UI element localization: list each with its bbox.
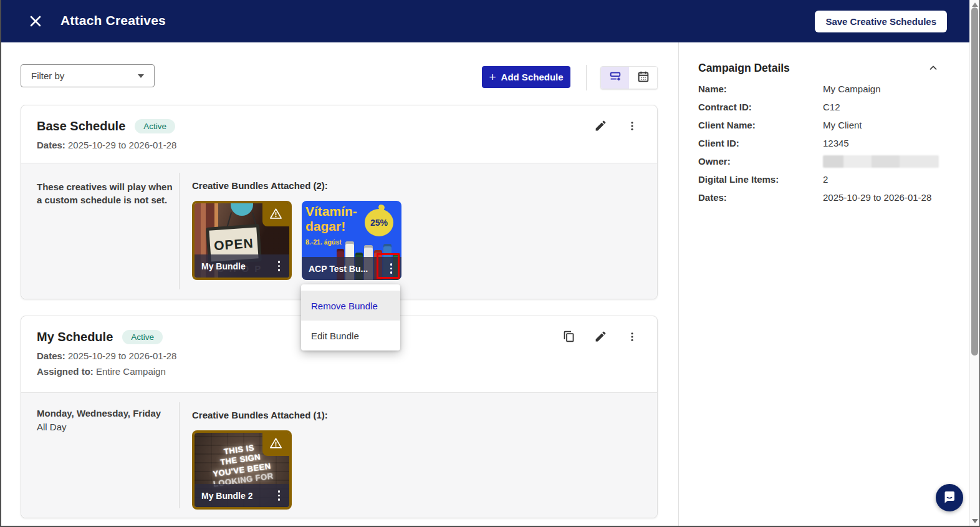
kebab-menu-icon (278, 490, 281, 501)
bundle-card-my-bundle[interactable]: OPEN SHOP My Bundle (192, 201, 292, 280)
schedule-time: All Day (37, 422, 67, 432)
detail-row-client-name: Client Name: My Client (698, 116, 948, 134)
chat-icon (942, 490, 957, 506)
filter-by-select[interactable]: Filter by (21, 64, 155, 87)
detail-row-owner: Owner: (698, 152, 948, 170)
schedule-days: Monday, Wednesday, Friday (37, 408, 161, 418)
dates-label: Dates: (37, 140, 65, 150)
edit-schedule-button[interactable] (593, 330, 608, 345)
main-content: Filter by + Add Schedule (0, 42, 980, 527)
vertical-scrollbar (969, 0, 979, 527)
schedule-card-base: Base Schedule Active Dates: 2025-10-29 t… (21, 105, 658, 299)
column-divider (179, 402, 180, 508)
bundle-label-bar: ACP Test Bu... (302, 257, 401, 280)
save-creative-schedules-button[interactable]: Save Creative Schedules (815, 11, 947, 32)
bundle-kebab-menu-button[interactable] (276, 488, 283, 503)
dates-value: 2025-10-29 to 2026-01-28 (68, 351, 176, 361)
assigned-value: Entire Campaign (96, 366, 166, 377)
bundle-label-bar: My Bundle (195, 254, 289, 278)
schedule-title: Base Schedule (37, 119, 125, 133)
add-schedule-button[interactable]: + Add Schedule (482, 66, 570, 88)
detail-row-client-id: Client ID: 12345 (698, 134, 948, 152)
menu-item-remove-bundle[interactable]: Remove Bundle (301, 291, 400, 321)
campaign-details-rows: Name: My Campaign Contract ID: C12 Clien… (698, 80, 948, 206)
scrollbar-up-arrow[interactable] (972, 2, 978, 7)
calendar-view-button[interactable] (629, 67, 657, 89)
schedule-card-body: Monday, Wednesday, Friday All Day Creati… (21, 392, 657, 518)
detail-row-name: Name: My Campaign (698, 80, 948, 98)
collapse-panel-button[interactable] (926, 62, 940, 75)
schedule-title: My Schedule (37, 330, 113, 344)
pencil-icon (594, 119, 607, 134)
add-schedule-label: Add Schedule (501, 72, 564, 82)
schedule-list-view-button[interactable] (601, 67, 629, 89)
kebab-menu-icon (627, 120, 638, 133)
owner-redacted-value (823, 155, 939, 168)
assigned-label: Assigned to: (37, 366, 94, 377)
close-button[interactable] (27, 14, 44, 30)
bundle-kebab-menu-button[interactable] (388, 261, 395, 276)
schedule-kebab-menu-button[interactable] (625, 119, 640, 134)
page-title: Attach Creatives (60, 13, 166, 28)
scrollbar-thumb[interactable] (971, 7, 978, 355)
campaign-details-panel: Campaign Details Name: My Campaign Contr… (678, 42, 970, 527)
top-bar: Attach Creatives Save Creative Schedules (0, 0, 980, 42)
acp-headline-1: Vítamín- (305, 204, 357, 219)
attach-creatives-page: Attach Creatives Save Creative Schedules… (0, 0, 980, 527)
schedule-card-body: These creatives will play when a custom … (21, 163, 657, 299)
column-divider (179, 173, 180, 289)
warning-icon (269, 208, 282, 222)
status-badge: Active (135, 119, 175, 133)
bundle-label-bar: My Bundle 2 (195, 484, 289, 507)
bundle-context-menu: Remove Bundle Edit Bundle (301, 284, 400, 351)
window-frame-left (0, 0, 1, 527)
detail-row-dates: Dates: 2025-10-29 to 2026-01-28 (698, 188, 948, 206)
warning-badge (262, 433, 289, 456)
bundles-attached-label: Creative Bundles Attached (2): (192, 180, 328, 191)
edit-schedule-button[interactable] (593, 119, 608, 134)
schedule-assigned: Assigned to: Entire Campaign (37, 366, 166, 377)
dates-value: 2025-10-29 to 2026-01-28 (68, 140, 176, 150)
menu-item-edit-bundle[interactable]: Edit Bundle (301, 321, 400, 351)
bundle-name: ACP Test Bu... (309, 264, 368, 274)
kebab-menu-icon (278, 261, 281, 271)
kebab-menu-icon (390, 263, 393, 274)
bundle-card-acp-test[interactable]: Vítamín- dagar! 8.-21. ágúst 25% ACP Tes… (302, 201, 401, 280)
scrollbar-down-arrow[interactable] (972, 519, 978, 523)
status-badge: Active (122, 330, 163, 344)
schedule-kebab-menu-button[interactable] (625, 330, 640, 345)
toolbar-divider (586, 65, 587, 90)
duplicate-schedule-button[interactable] (561, 330, 576, 345)
campaign-details-title: Campaign Details (698, 62, 790, 75)
acp-discount-badge: 25% (365, 209, 393, 236)
dates-label: Dates: (37, 351, 65, 361)
warning-badge (262, 203, 289, 226)
calendar-view-icon (637, 70, 650, 85)
copy-icon (562, 330, 575, 345)
schedule-list-view-icon (608, 70, 622, 85)
chevron-down-icon (138, 74, 144, 78)
bundle-card-my-bundle-2[interactable]: THIS IS THE SIGN YOU'VE BEEN LOOKING FOR (192, 430, 292, 510)
bundles-attached-label: Creative Bundles Attached (1): (192, 410, 328, 420)
kebab-menu-icon (627, 331, 638, 344)
warning-icon (269, 437, 282, 452)
detail-row-contract-id: Contract ID: C12 (698, 98, 948, 116)
detail-row-digital-line-items: Digital Line Items: 2 (698, 170, 948, 188)
base-schedule-note: These creatives will play when a custom … (37, 180, 173, 207)
bundle-kebab-menu-button[interactable] (276, 258, 283, 274)
filter-by-label: Filter by (31, 70, 138, 81)
pencil-icon (594, 330, 607, 345)
bundle-name: My Bundle 2 (201, 491, 252, 501)
schedule-dates: Dates: 2025-10-29 to 2026-01-28 (37, 351, 176, 361)
close-icon (29, 21, 42, 30)
plus-icon: + (489, 71, 496, 83)
view-toggle-group (600, 66, 658, 89)
schedule-dates: Dates: 2025-10-29 to 2026-01-28 (37, 140, 176, 150)
chat-support-button[interactable] (936, 484, 963, 511)
chevron-up-icon (928, 66, 939, 75)
bundle-name: My Bundle (201, 261, 246, 271)
acp-headline-2: dagar! (305, 219, 345, 234)
